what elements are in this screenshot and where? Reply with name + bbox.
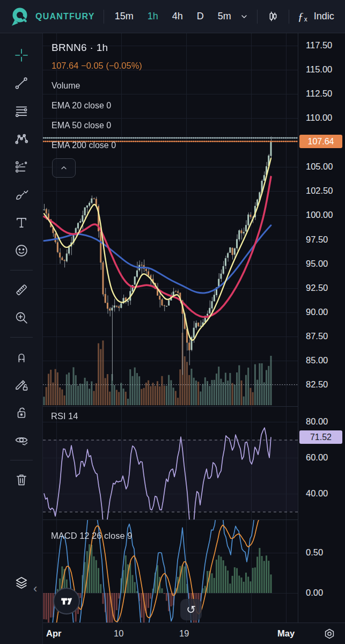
reset-chart-button[interactable]: ↺ <box>180 599 202 620</box>
price-axis-label: 90.00 <box>306 307 328 317</box>
fx-icon: ƒx <box>298 10 307 24</box>
divider <box>289 10 289 24</box>
forecast-icon <box>14 159 29 174</box>
time-axis-label: May <box>277 628 295 639</box>
parallel-lines-icon <box>14 104 29 119</box>
price-axis-label: 82.50 <box>306 379 328 390</box>
tool-emoji[interactable] <box>10 239 33 262</box>
time-axis[interactable]: Apr1019May <box>43 623 345 644</box>
rsi-axis-label: 80.00 <box>306 416 328 427</box>
drawer-handle-chevron[interactable]: ‹ <box>33 582 37 596</box>
ruler-icon <box>14 282 29 297</box>
price-axis-label: 110.00 <box>306 113 332 123</box>
indicators-button[interactable]: ƒx Indic <box>298 10 334 24</box>
macd-axis-label: 0.50 <box>306 547 323 558</box>
tool-lock[interactable] <box>10 401 33 425</box>
price-axis-label: 87.50 <box>306 331 328 341</box>
toolbar-divider <box>10 270 33 270</box>
brand-name[interactable]: QUANTFURY <box>35 12 95 21</box>
rsi-axis-label: 60.00 <box>306 452 328 463</box>
hide-drawings-icon <box>14 433 29 448</box>
timeframe-D[interactable]: D <box>197 11 204 22</box>
timeframe-4h[interactable]: 4h <box>172 11 183 22</box>
price-axis-label: 105.00 <box>306 162 333 172</box>
indicators-label: Indic <box>314 11 334 22</box>
toolbar-divider <box>10 337 33 338</box>
magnet-icon <box>14 349 29 364</box>
macd-pane-label[interactable]: MACD 12 26 close 9 <box>51 531 132 541</box>
text-icon <box>14 215 29 230</box>
drawing-toolbar <box>0 33 43 644</box>
chevron-up-icon <box>60 164 68 172</box>
trend-line-icon <box>14 76 29 91</box>
rsi-value-badge: 71.52 <box>299 430 342 444</box>
edit-unlock-icon <box>14 377 29 392</box>
crosshair-icon <box>14 48 29 63</box>
time-axis-label: 10 <box>114 628 123 639</box>
price-axis-label: 112.50 <box>306 89 332 99</box>
tool-parallel-lines[interactable] <box>10 99 33 123</box>
trading-app: QUANTFURY 15m1h4hD5m ƒx Indic <box>0 0 345 644</box>
delete-icon <box>14 472 29 487</box>
chevron-down-icon <box>240 12 248 21</box>
tool-text[interactable] <box>10 211 33 235</box>
candlestick-chart-icon <box>266 10 280 24</box>
price-axis-label: 95.00 <box>306 259 328 269</box>
tool-ruler[interactable] <box>10 278 33 302</box>
tool-forecast[interactable] <box>10 155 33 179</box>
tool-brush[interactable] <box>10 183 33 207</box>
price-axis-label: 100.00 <box>306 210 333 220</box>
tool-trend-line[interactable] <box>10 71 33 95</box>
tool-delete[interactable] <box>10 468 33 492</box>
brush-icon <box>14 187 29 202</box>
tradingview-logo[interactable] <box>53 588 80 614</box>
price-axis-label: 117.50 <box>306 40 332 50</box>
macd-axis-label: 0.00 <box>306 588 323 598</box>
timeframe-1h[interactable]: 1h <box>148 11 158 22</box>
lock-icon <box>14 405 29 420</box>
object-tree-button[interactable] <box>10 571 33 595</box>
tool-zoom-in[interactable] <box>10 306 33 330</box>
price-axis-label: 92.50 <box>306 283 328 293</box>
xabcd-pattern-icon <box>14 131 29 147</box>
timeframe-tabs: 15m1h4hD5m <box>115 11 231 22</box>
tool-edit-unlock[interactable] <box>10 373 33 397</box>
price-axis-label: 85.00 <box>306 355 328 365</box>
price-axis-label: 115.00 <box>306 64 332 75</box>
zoom-in-icon <box>14 310 29 325</box>
rsi-pane-label[interactable]: RSI 14 <box>51 411 78 421</box>
tool-hide-drawings[interactable] <box>10 429 33 452</box>
collapse-legend-button[interactable] <box>52 158 76 178</box>
price-axis-label: 102.50 <box>306 186 333 196</box>
layers-icon <box>14 575 29 590</box>
chart-type-button[interactable] <box>266 10 280 24</box>
quantfury-logo-icon[interactable] <box>10 6 30 27</box>
refresh-icon: ↺ <box>186 603 196 616</box>
last-price-badge: 107.64 <box>299 135 342 148</box>
time-axis-label: 19 <box>179 628 189 639</box>
timeframe-menu-button[interactable] <box>240 12 248 21</box>
tool-crosshair[interactable] <box>10 43 33 67</box>
timeframe-15m[interactable]: 15m <box>115 11 134 22</box>
price-axis[interactable]: 117.50115.00112.50110.00105.00102.50100.… <box>298 33 345 623</box>
price-axis-label: 97.50 <box>306 235 328 245</box>
timeframe-5m[interactable]: 5m <box>218 11 231 22</box>
tradingview-icon <box>60 594 74 608</box>
emoji-icon <box>14 243 29 258</box>
toolbar-divider <box>10 460 33 460</box>
tool-xabcd-pattern[interactable] <box>10 127 33 151</box>
divider <box>104 10 104 24</box>
axis-settings-gear-icon[interactable] <box>322 627 336 641</box>
tool-magnet[interactable] <box>10 345 33 369</box>
top-toolbar: QUANTFURY 15m1h4hD5m ƒx Indic <box>0 0 345 33</box>
divider <box>257 10 258 24</box>
rsi-axis-label: 40.00 <box>306 488 328 499</box>
time-axis-label: Apr <box>46 628 61 639</box>
